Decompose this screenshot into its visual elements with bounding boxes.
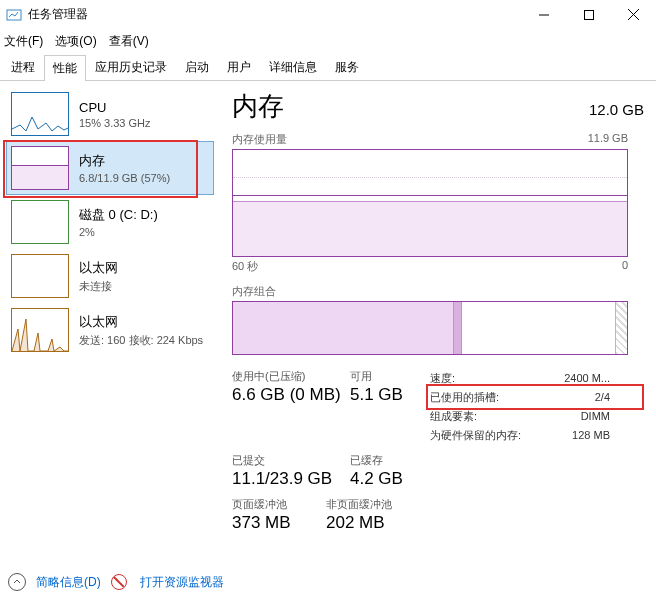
committed-value: 11.1/23.9 GB: [232, 469, 350, 489]
close-button[interactable]: [611, 0, 656, 30]
cached-label: 已缓存: [350, 453, 430, 468]
available-value: 5.1 GB: [350, 385, 430, 405]
sidebar-item-ethernet-2[interactable]: 以太网发送: 160 接收: 224 Kbps: [6, 303, 214, 357]
disk-thumb: [11, 200, 69, 244]
ethernet-thumb: [11, 254, 69, 298]
menu-options[interactable]: 选项(O): [55, 33, 96, 50]
page-title: 内存: [232, 89, 284, 124]
tab-startup[interactable]: 启动: [176, 54, 218, 80]
memory-composition-bar[interactable]: [232, 301, 628, 355]
paged-label: 页面缓冲池: [232, 497, 326, 512]
resmon-icon: [111, 574, 127, 590]
sidebar-item-ethernet-1[interactable]: 以太网未连接: [6, 249, 214, 303]
main-panel: 内存 12.0 GB 内存使用量 11.9 GB 60 秒 0 内存组合 使用中…: [214, 81, 656, 571]
menu-view[interactable]: 查看(V): [109, 33, 149, 50]
app-icon: [6, 7, 22, 23]
titlebar: 任务管理器: [0, 0, 656, 30]
x-axis-left: 60 秒: [232, 259, 258, 274]
tab-app-history[interactable]: 应用历史记录: [86, 54, 176, 80]
memory-total: 12.0 GB: [589, 101, 644, 118]
cached-value: 4.2 GB: [350, 469, 430, 489]
fewer-details-link[interactable]: 简略信息(D): [36, 574, 101, 591]
in-use-label: 使用中(已压缩): [232, 369, 350, 384]
sidebar-item-cpu[interactable]: CPU15% 3.33 GHz: [6, 87, 214, 141]
sidebar: CPU15% 3.33 GHz 内存6.8/11.9 GB (57%) 磁盘 0…: [0, 81, 214, 571]
memory-details: 速度:2400 M... 已使用的插槽:2/4 组成要素:DIMM 为硬件保留的…: [430, 369, 610, 445]
svg-rect-2: [584, 10, 593, 19]
tab-services[interactable]: 服务: [326, 54, 368, 80]
usage-max: 11.9 GB: [588, 132, 628, 147]
chevron-up-icon[interactable]: [8, 573, 26, 591]
window-title: 任务管理器: [28, 6, 521, 23]
ethernet-thumb-2: [11, 308, 69, 352]
in-use-value: 6.6 GB (0 MB): [232, 385, 350, 405]
tab-details[interactable]: 详细信息: [260, 54, 326, 80]
x-axis-right: 0: [622, 259, 628, 274]
available-label: 可用: [350, 369, 430, 384]
sidebar-item-memory[interactable]: 内存6.8/11.9 GB (57%): [6, 141, 214, 195]
footer: 简略信息(D) 打开资源监视器: [8, 573, 224, 591]
tab-strip: 进程 性能 应用历史记录 启动 用户 详细信息 服务: [0, 54, 656, 81]
tab-processes[interactable]: 进程: [2, 54, 44, 80]
sidebar-item-disk[interactable]: 磁盘 0 (C: D:)2%: [6, 195, 214, 249]
memory-thumb: [11, 146, 69, 190]
maximize-button[interactable]: [566, 0, 611, 30]
slots-value: 2/4: [595, 388, 610, 407]
form-value: DIMM: [581, 407, 610, 426]
paged-value: 373 MB: [232, 513, 326, 533]
minimize-button[interactable]: [521, 0, 566, 30]
composition-label: 内存组合: [232, 284, 644, 299]
reserved-value: 128 MB: [572, 426, 610, 445]
open-resmon-link[interactable]: 打开资源监视器: [140, 574, 224, 591]
tab-performance[interactable]: 性能: [44, 55, 86, 81]
menu-file[interactable]: 文件(F): [4, 33, 43, 50]
committed-label: 已提交: [232, 453, 350, 468]
nonpaged-label: 非页面缓冲池: [326, 497, 444, 512]
menubar: 文件(F) 选项(O) 查看(V): [0, 30, 656, 52]
usage-label: 内存使用量: [232, 132, 287, 147]
tab-users[interactable]: 用户: [218, 54, 260, 80]
cpu-thumb: [11, 92, 69, 136]
memory-usage-graph[interactable]: [232, 149, 628, 257]
nonpaged-value: 202 MB: [326, 513, 444, 533]
speed-value: 2400 M...: [564, 369, 610, 388]
